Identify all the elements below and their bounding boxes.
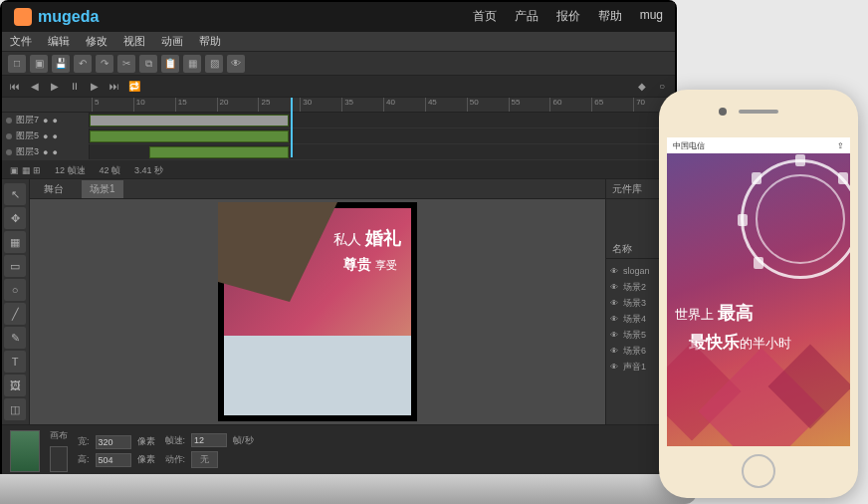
nav-product[interactable]: 产品	[515, 8, 539, 25]
menu-edit[interactable]: 编辑	[48, 34, 70, 49]
phone-camera	[719, 108, 727, 116]
paste-icon[interactable]: 📋	[161, 55, 179, 73]
playhead[interactable]	[291, 98, 293, 157]
carrier-label: 中国电信	[673, 140, 705, 151]
nav-account[interactable]: mug	[640, 8, 663, 25]
height-input[interactable]	[96, 453, 131, 467]
component-tool-icon[interactable]: ◫	[4, 398, 26, 420]
menu-help[interactable]: 帮助	[199, 34, 221, 49]
track-row[interactable]: 图层3●●	[2, 144, 675, 160]
select-tool-icon[interactable]: ↖	[4, 183, 26, 205]
save-icon[interactable]: 💾	[52, 55, 70, 73]
tab-stage[interactable]: 舞台	[36, 180, 72, 198]
keyframe-icon[interactable]: ◆	[635, 80, 649, 94]
height-label: 高:	[78, 453, 90, 466]
text-tool-icon[interactable]: T	[4, 351, 26, 373]
grid-tool-icon[interactable]: ▦	[4, 231, 26, 253]
fps-input[interactable]	[191, 433, 227, 447]
phone-speaker	[739, 110, 778, 114]
share-icon: ⇪	[837, 141, 844, 150]
phone-text-1: 世界上 最高	[675, 301, 754, 325]
layer-name: 图层7	[16, 114, 39, 126]
app-header: mugeda 首页 产品 报价 帮助 mug	[2, 2, 675, 32]
timeline-info: ▣ ▦ ⊞ 12 帧速 42 帧 3.41 秒	[2, 162, 675, 179]
menu-bar: 文件 编辑 修改 视图 动画 帮助	[2, 32, 675, 52]
copy-icon[interactable]: ⧉	[139, 55, 157, 73]
brand-text: mugeda	[38, 8, 99, 26]
timeline-tracks: 图层7●● 图层5●● 图层3●●	[2, 113, 675, 162]
logo-icon	[14, 8, 32, 26]
track-row[interactable]: 图层7●●	[2, 113, 675, 128]
rect-tool-icon[interactable]: ▭	[4, 255, 26, 277]
new-icon[interactable]: □	[8, 55, 26, 73]
tool-palette: ↖ ✥ ▦ ▭ ○ ╱ ✎ T 🖼 ◫	[2, 179, 30, 424]
action-label: 动作:	[165, 453, 186, 466]
timeline-ruler[interactable]: 51015 202530 354045 505560 6570	[2, 98, 675, 113]
loop-icon[interactable]: 🔁	[127, 80, 141, 94]
timeline-controls: ⏮ ◀ ▶ ⏸ ▶ ⏭ 🔁 ◆ ○	[2, 76, 675, 98]
tab-scene1[interactable]: 场景1	[82, 180, 123, 198]
fps-info: 12 帧速	[55, 164, 86, 177]
properties-panel: 画布 宽: 像素 高: 像素 帧速: 帧/秒 动作: 无	[2, 424, 675, 476]
move-tool-icon[interactable]: ✥	[4, 207, 26, 229]
top-nav: 首页 产品 报价 帮助 mug	[473, 8, 663, 25]
redo-icon[interactable]: ↷	[96, 55, 113, 73]
next-frame-icon[interactable]: ▶	[88, 80, 102, 94]
canvas-stage[interactable]: 私人 婚礼 尊贵 享受	[30, 199, 605, 424]
circle-tool-icon[interactable]: ○	[4, 279, 26, 301]
width-label: 宽:	[78, 435, 90, 448]
color-swatch[interactable]	[50, 446, 68, 472]
fps-label: 帧速:	[165, 434, 186, 447]
line-tool-icon[interactable]: ╱	[4, 303, 26, 325]
open-icon[interactable]: ▣	[30, 55, 48, 73]
canvas[interactable]: 私人 婚礼 尊贵 享受	[218, 202, 417, 421]
forward-icon[interactable]: ⏭	[108, 80, 121, 94]
phone-screen: 中国电信 ⇪ 世界上 最高 最快乐的半小时	[667, 137, 850, 446]
track-row[interactable]: 图层5●●	[2, 128, 675, 144]
toolbar: □ ▣ 💾 ↶ ↷ ✂ ⧉ 📋 ▦ ▨ 👁	[2, 52, 675, 76]
home-button[interactable]	[742, 454, 775, 488]
ungroup-icon[interactable]: ▨	[205, 55, 223, 73]
menu-file[interactable]: 文件	[10, 34, 32, 49]
status-bar: 中国电信 ⇪	[667, 137, 850, 153]
canvas-text-2: 尊贵 享受	[343, 256, 397, 274]
ferris-wheel-graphic	[741, 159, 850, 279]
menu-view[interactable]: 视图	[123, 34, 145, 49]
canvas-thumb[interactable]	[10, 430, 40, 472]
action-value[interactable]: 无	[191, 451, 218, 468]
canvas-text-1: 私人 婚礼	[333, 226, 401, 250]
onion-icon[interactable]: ○	[655, 80, 669, 94]
group-icon[interactable]: ▦	[183, 55, 201, 73]
laptop-base	[0, 474, 697, 504]
nav-help[interactable]: 帮助	[598, 8, 622, 25]
prev-frame-icon[interactable]: ◀	[28, 80, 42, 94]
rewind-icon[interactable]: ⏮	[8, 80, 22, 94]
layer-name: 图层3	[16, 145, 39, 158]
nav-pricing[interactable]: 报价	[556, 8, 580, 25]
frame-info: 42 帧	[100, 164, 121, 177]
layer-name: 图层5	[16, 129, 39, 142]
image-tool-icon[interactable]: 🖼	[4, 375, 26, 396]
stage-tabs: 舞台 场景1	[30, 179, 605, 199]
nav-home[interactable]: 首页	[473, 8, 497, 25]
thumb-label: 画布	[50, 429, 68, 442]
cut-icon[interactable]: ✂	[117, 55, 135, 73]
preview-icon[interactable]: 👁	[227, 55, 245, 73]
pen-tool-icon[interactable]: ✎	[4, 327, 26, 349]
pause-icon[interactable]: ⏸	[68, 80, 82, 94]
logo: mugeda	[14, 8, 99, 26]
play-icon[interactable]: ▶	[48, 80, 62, 94]
undo-icon[interactable]: ↶	[74, 55, 92, 73]
width-input[interactable]	[96, 435, 131, 449]
time-info: 3.41 秒	[134, 164, 163, 177]
phone-mockup: 中国电信 ⇪ 世界上 最高 最快乐的半小时	[659, 90, 858, 498]
menu-modify[interactable]: 修改	[86, 34, 108, 49]
menu-animation[interactable]: 动画	[161, 34, 183, 49]
